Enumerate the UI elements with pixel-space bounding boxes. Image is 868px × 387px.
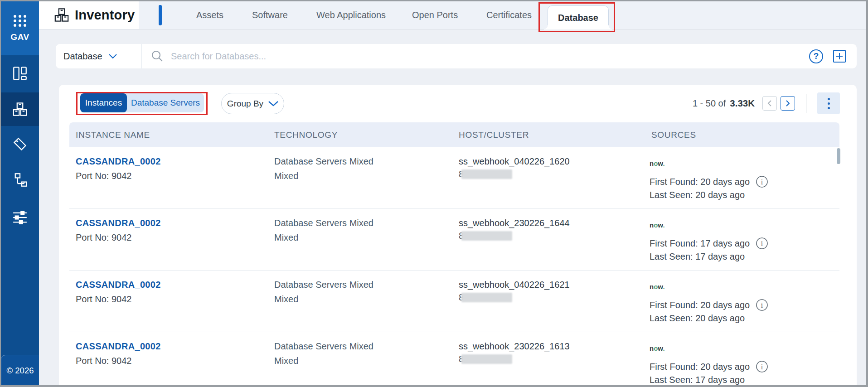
svg-text:i: i <box>761 178 763 186</box>
pagination-range: 1 - 50 of <box>693 98 726 109</box>
sidebar-item-inventory[interactable] <box>1 92 39 126</box>
next-page-button[interactable] <box>781 96 795 111</box>
group-by-button[interactable]: Group By <box>221 93 284 114</box>
redaction-blur <box>461 354 512 364</box>
host-redacted: 8 <box>459 231 512 241</box>
table-row: CASSANDRA_0002 Port No: 9042 Database Se… <box>69 209 839 271</box>
last-seen: Last Seen: 17 days ago <box>650 252 745 262</box>
host-redacted: 8 <box>459 292 512 303</box>
tab-certificates[interactable]: Certificates <box>486 1 532 29</box>
host-redacted: 8 <box>459 354 512 364</box>
content-card: Instances Database Servers Group By 1 - … <box>59 85 857 387</box>
tab-assets[interactable]: Assets <box>196 1 223 29</box>
col-technology[interactable]: TECHNOLOGY <box>274 122 338 147</box>
info-icon[interactable]: i <box>756 360 768 373</box>
first-found: First Found: 20 days ago i <box>650 299 768 311</box>
last-seen: Last Seen: 20 days ago <box>650 190 745 200</box>
svg-text:i: i <box>761 363 763 371</box>
sidebar-item-tags[interactable] <box>1 128 39 161</box>
instance-name-link[interactable]: CASSANDRA_0002 <box>76 280 161 290</box>
table-row: CASSANDRA_0002 Port No: 9042 Database Se… <box>69 271 839 332</box>
servicenow-logo: now. <box>650 344 665 352</box>
first-found: First Found: 20 days ago i <box>650 175 768 188</box>
annotation-rectangle-view-toggle <box>76 92 208 115</box>
info-icon[interactable]: i <box>756 237 768 250</box>
chevron-down-icon <box>109 54 117 59</box>
servicenow-logo: now. <box>650 221 665 229</box>
app-launcher[interactable]: GAV <box>1 1 39 55</box>
technology-line2: Mixed <box>274 171 298 181</box>
sidebar-item-dashboard[interactable] <box>1 57 39 90</box>
prev-page-button[interactable] <box>762 96 777 111</box>
servicenow-logo: now. <box>650 283 665 290</box>
table-body: CASSANDRA_0002 Port No: 9042 Database Se… <box>69 147 839 387</box>
instance-port: Port No: 9042 <box>76 232 131 243</box>
vertical-scrollbar[interactable] <box>837 148 840 164</box>
group-by-label: Group By <box>227 99 263 109</box>
tab-scroll-indicator <box>159 5 162 25</box>
host-redacted: 8 <box>459 169 512 179</box>
technology: Database Servers Mixed <box>274 218 373 228</box>
tab-web-applications[interactable]: Web Applications <box>316 1 386 29</box>
page-title: Inventory <box>75 8 135 23</box>
technology: Database Servers Mixed <box>274 341 373 352</box>
redaction-blur <box>461 231 512 241</box>
instance-name-link[interactable]: CASSANDRA_0002 <box>76 156 161 167</box>
last-seen: Last Seen: 20 days ago <box>650 313 745 324</box>
technology: Database Servers Mixed <box>274 280 373 290</box>
app-label: GAV <box>10 32 29 42</box>
technology-line2: Mixed <box>274 294 298 305</box>
divider <box>806 94 806 113</box>
instance-name-link[interactable]: CASSANDRA_0002 <box>76 218 161 228</box>
sidebar-item-settings[interactable] <box>1 201 39 234</box>
hierarchy-icon <box>13 173 27 187</box>
host-cluster: ss_webhook_230226_1613 <box>459 341 570 352</box>
table-header: INSTANCE NAME TECHNOLOGY HOST/CLUSTER SO… <box>69 122 839 147</box>
col-instance-name[interactable]: INSTANCE NAME <box>76 122 150 147</box>
technology-line2: Mixed <box>274 232 298 243</box>
pagination: 1 - 50 of 3.33K <box>693 92 840 114</box>
table-row: CASSANDRA_0002 Port No: 9042 Database Se… <box>69 147 839 209</box>
topbar: Inventory Assets Software Web Applicatio… <box>39 1 866 29</box>
annotation-rectangle-database-tab <box>538 2 615 32</box>
first-found: First Found: 20 days ago i <box>650 360 768 373</box>
technology-line2: Mixed <box>274 356 298 366</box>
search-input[interactable]: Search for Databases... <box>171 44 266 68</box>
info-icon[interactable]: i <box>756 175 768 188</box>
host-cluster: ss_webhook_040226_1620 <box>459 156 570 167</box>
instance-port: Port No: 9042 <box>76 356 131 366</box>
info-icon[interactable]: i <box>756 299 768 311</box>
tag-icon <box>13 137 27 152</box>
sliders-icon <box>13 210 27 225</box>
chevron-down-icon <box>268 101 278 106</box>
help-icon[interactable]: ? <box>809 49 823 63</box>
inventory-boxes-icon <box>12 102 28 116</box>
search-scope-dropdown[interactable]: Database <box>63 44 117 68</box>
last-seen: Last Seen: 17 days ago <box>650 375 745 385</box>
tab-software[interactable]: Software <box>252 1 288 29</box>
technology: Database Servers Mixed <box>274 156 373 167</box>
search-icon <box>151 50 163 64</box>
col-sources[interactable]: SOURCES <box>651 122 696 147</box>
host-cluster: ss_webhook_040226_1621 <box>459 280 570 290</box>
col-host-cluster[interactable]: HOST/CLUSTER <box>459 122 529 147</box>
app-grid-icon <box>12 14 28 28</box>
host-cluster: ss_webhook_230226_1644 <box>459 218 570 228</box>
more-actions-button[interactable] <box>817 92 840 114</box>
svg-text:i: i <box>761 301 763 309</box>
copyright: © 2026 <box>1 355 39 386</box>
sidebar: GAV <box>1 1 39 386</box>
sidebar-item-network[interactable] <box>1 163 39 197</box>
add-icon[interactable] <box>833 50 846 63</box>
redaction-blur <box>461 293 512 302</box>
search-bar: Database Search for Databases... ? <box>56 44 857 68</box>
instance-port: Port No: 9042 <box>76 294 131 305</box>
table-row: CASSANDRA_0002 Port No: 9042 Database Se… <box>69 332 839 387</box>
instance-name-link[interactable]: CASSANDRA_0002 <box>76 341 161 352</box>
dashboard-icon <box>13 66 27 81</box>
tab-open-ports[interactable]: Open Ports <box>412 1 458 29</box>
redaction-blur <box>461 169 512 179</box>
svg-text:i: i <box>761 240 763 247</box>
divider <box>141 44 142 68</box>
instance-port: Port No: 9042 <box>76 171 131 181</box>
